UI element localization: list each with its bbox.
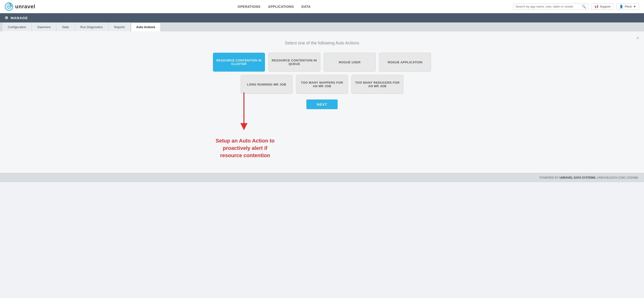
arrow-container: [211, 92, 277, 130]
annotation-text: Setup an Auto Action to proactively aler…: [213, 137, 277, 159]
footer-brand: UNRAVEL DATA SYSTEMS.: [560, 176, 596, 179]
support-label: Support: [600, 5, 611, 8]
search-bar[interactable]: 🔍: [513, 3, 589, 10]
svg-point-2: [8, 6, 10, 7]
main-content: × Select one of the following Auto Actio…: [0, 31, 644, 173]
red-arrow-icon: [234, 92, 254, 130]
nav-applications[interactable]: APPLICATIONS: [268, 5, 294, 8]
annotation-area: Setup an Auto Action to proactively aler…: [211, 92, 277, 159]
svg-marker-4: [240, 123, 248, 130]
user-label: Ptest: [624, 5, 632, 8]
select-heading: Select one of the following Auto Actions: [5, 41, 639, 46]
logo-text: unravel: [15, 3, 35, 10]
card-resource-contention-queue[interactable]: RESOURCE CONTENTION IN QUEUE: [268, 53, 320, 72]
user-icon: 👤: [620, 5, 623, 8]
manage-bar: ⚙ MANAGE: [0, 13, 644, 22]
nav-operations[interactable]: OPERATIONS: [238, 5, 260, 8]
header-right: 🔍 📢 Support 👤 Ptest ▼: [513, 3, 639, 10]
card-too-many-reducers[interactable]: TOO MANY REDUCERS FOR AN MR JOB: [351, 75, 404, 94]
action-row-2: LONG RUNNING MR JOB TOO MANY MAPPERS FOR…: [206, 75, 438, 94]
action-row-1: RESOURCE CONTENTION IN CLUSTER RESOURCE …: [206, 53, 438, 72]
gear-icon: ⚙: [5, 15, 8, 20]
logo-area: unravel: [5, 2, 35, 11]
logo-icon: [5, 2, 13, 11]
search-icon: 🔍: [582, 5, 586, 8]
close-button[interactable]: ×: [636, 35, 639, 41]
next-button[interactable]: NEXT: [306, 99, 338, 109]
header-nav: OPERATIONS APPLICATIONS DATA: [238, 5, 311, 8]
tab-daemons[interactable]: Daemons: [32, 23, 56, 31]
tabs-bar: Configuration Daemons Stats Run Diagnost…: [0, 22, 644, 31]
tab-auto-actions[interactable]: Auto Actions: [131, 23, 161, 31]
manage-title: MANAGE: [11, 16, 28, 20]
header: unravel OPERATIONS APPLICATIONS DATA 🔍 📢…: [0, 0, 644, 13]
tab-run-diagnostics[interactable]: Run Diagnostics: [75, 23, 108, 31]
user-button[interactable]: 👤 Ptest ▼: [616, 3, 639, 10]
action-cards-grid: RESOURCE CONTENTION IN CLUSTER RESOURCE …: [206, 53, 438, 94]
card-rogue-user[interactable]: ROGUE USER: [324, 53, 376, 72]
card-rogue-application[interactable]: ROGUE APPLICATION: [379, 53, 431, 72]
footer-text: POWERED BY: [540, 176, 558, 179]
card-resource-contention-cluster[interactable]: RESOURCE CONTENTION IN CLUSTER: [213, 53, 265, 72]
footer: POWERED BY UNRAVEL DATA SYSTEMS. UNRAVEL…: [0, 173, 644, 182]
card-long-running-mr[interactable]: LONG RUNNING MR JOB: [240, 75, 293, 94]
tab-stats[interactable]: Stats: [56, 23, 74, 31]
tab-configuration[interactable]: Configuration: [2, 23, 32, 31]
tab-reports[interactable]: Reports: [108, 23, 130, 31]
chevron-down-icon: ▼: [633, 5, 636, 8]
megaphone-icon: 📢: [594, 5, 598, 8]
search-input[interactable]: [516, 5, 582, 8]
nav-data[interactable]: DATA: [302, 5, 311, 8]
card-too-many-mappers[interactable]: TOO MANY MAPPERS FOR AN MR JOB: [296, 75, 348, 94]
support-button[interactable]: 📢 Support: [592, 3, 614, 10]
footer-url: UNRAVELDATA.COM | CDH58K: [597, 176, 638, 179]
